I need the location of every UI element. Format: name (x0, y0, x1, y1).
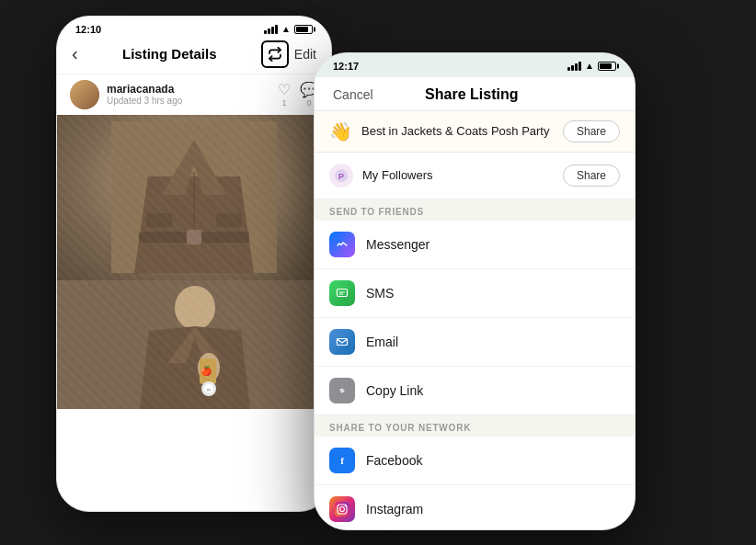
send-friends-header: SEND TO FRIENDS (315, 199, 635, 221)
product-image-2: 🍎 ∞ (57, 280, 331, 409)
party-name: Best in Jackets & Coats Posh Party (361, 124, 549, 138)
party-share-button[interactable]: Share (563, 120, 620, 142)
cancel-button[interactable]: Cancel (333, 87, 373, 102)
wifi-icon-front: ▲ (585, 61, 594, 71)
wifi-icon: ▲ (281, 24, 291, 34)
battery-icon (294, 25, 313, 34)
copy-link-icon (329, 378, 355, 403)
messenger-label: Messenger (366, 237, 430, 252)
svg-text:f: f (340, 455, 344, 466)
nav-title-back: Listing Details (122, 46, 217, 62)
phone-back: 12:10 ▲ ‹ Listing Details (56, 16, 332, 512)
facebook-icon: f (329, 448, 355, 473)
svg-point-8 (198, 353, 220, 382)
svg-rect-0 (111, 121, 277, 273)
party-left: 👋 Best in Jackets & Coats Posh Party (329, 120, 549, 142)
svg-rect-6 (57, 280, 332, 409)
svg-point-30 (345, 505, 347, 506)
like-button[interactable]: ♡ 1 (278, 81, 291, 108)
sms-option[interactable]: SMS (315, 269, 635, 318)
wave-icon: 👋 (329, 120, 352, 142)
svg-rect-2 (187, 230, 201, 244)
followers-icon: P (329, 164, 353, 187)
status-bar-back: 12:10 ▲ (57, 17, 331, 35)
share-icon-button[interactable] (261, 40, 289, 68)
messenger-icon (329, 232, 355, 257)
phone-front: 12:17 ▲ Cancel Share Listing (314, 52, 636, 530)
jacket-svg (111, 121, 277, 273)
copy-link-option[interactable]: Copy Link (315, 367, 635, 415)
email-icon (329, 329, 355, 355)
party-row: 👋 Best in Jackets & Coats Posh Party Sha… (315, 111, 635, 153)
followers-share-button[interactable]: Share (563, 165, 620, 187)
time-front: 12:17 (333, 61, 359, 72)
action-icons: ♡ 1 💬 0 (278, 81, 318, 108)
user-row: mariacanada Updated 3 hrs ago ♡ 1 💬 0 (57, 74, 331, 115)
sms-icon (329, 280, 355, 306)
svg-point-7 (175, 286, 215, 330)
battery-icon-front (598, 62, 616, 71)
edit-button[interactable]: Edit (294, 47, 316, 62)
instagram-icon (329, 496, 355, 522)
updated-time: Updated 3 hrs ago (107, 96, 182, 106)
email-label: Email (366, 335, 398, 349)
person-svg: 🍎 ∞ (57, 280, 332, 409)
svg-point-12 (204, 384, 213, 393)
svg-text:∞: ∞ (207, 387, 211, 392)
user-details: mariacanada Updated 3 hrs ago (107, 83, 182, 106)
followers-left: P My Followers (329, 164, 433, 187)
svg-text:P: P (338, 172, 344, 181)
comment-count: 0 (306, 98, 311, 108)
facebook-label: Facebook (366, 453, 422, 468)
messenger-option[interactable]: Messenger (315, 221, 635, 269)
user-info: mariacanada Updated 3 hrs ago (70, 80, 182, 109)
like-count: 1 (281, 98, 286, 108)
nav-bar-back: ‹ Listing Details Edit (57, 35, 331, 74)
svg-text:🍎: 🍎 (200, 365, 212, 377)
sms-label: SMS (366, 286, 394, 301)
nav-right-actions: Edit (261, 40, 316, 68)
svg-rect-9 (200, 358, 216, 384)
followers-label: My Followers (362, 168, 433, 182)
signal-icon-front (567, 62, 581, 71)
status-icons-front: ▲ (567, 61, 616, 71)
status-bar-front: 12:17 ▲ (315, 53, 635, 77)
avatar (70, 80, 99, 109)
svg-point-11 (201, 381, 216, 396)
time-back: 12:10 (75, 24, 101, 35)
signal-icon (264, 25, 278, 34)
scene: 12:10 ▲ ‹ Listing Details (56, 16, 700, 530)
network-header: SHARE TO YOUR NETWORK (315, 415, 635, 437)
svg-rect-1 (139, 232, 249, 243)
svg-rect-4 (146, 213, 172, 227)
copy-link-label: Copy Link (366, 383, 423, 398)
username[interactable]: mariacanada (107, 83, 182, 96)
share-listing-title: Share Listing (425, 86, 518, 103)
status-icons-back: ▲ (264, 24, 313, 34)
followers-row: P My Followers Share (315, 153, 635, 199)
product-image-1 (57, 115, 331, 280)
svg-rect-5 (216, 213, 242, 227)
email-option[interactable]: Email (315, 318, 635, 367)
instagram-label: Instagram (366, 502, 423, 517)
share-nav: Cancel Share Listing (315, 77, 635, 111)
facebook-option[interactable]: f Facebook (315, 437, 635, 485)
instagram-option[interactable]: Instagram (315, 485, 635, 530)
heart-icon: ♡ (278, 81, 291, 98)
back-button[interactable]: ‹ (72, 43, 78, 64)
